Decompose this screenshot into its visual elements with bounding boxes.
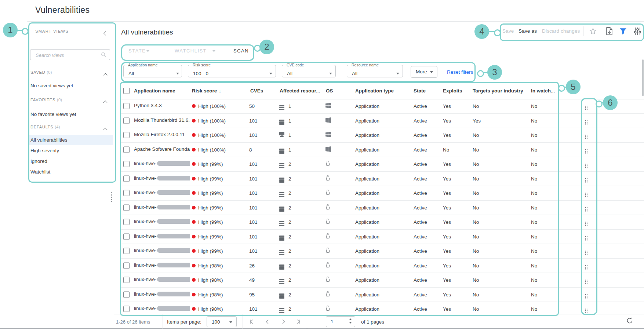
last-page-icon[interactable] <box>295 318 302 325</box>
star-icon[interactable] <box>589 27 597 35</box>
table-row[interactable]: linux-hwe-High (99%)1012ApplicationActiv… <box>121 157 644 172</box>
application-name-cell[interactable]: linux-hwe- <box>134 306 190 312</box>
table-row[interactable]: Python 3.4.3High (100%)501ApplicationAct… <box>121 99 644 114</box>
row-menu-button[interactable] <box>585 117 587 124</box>
table-row[interactable]: linux-hwe-High (99%)1012ApplicationActiv… <box>121 230 644 244</box>
vertical-scrollbar[interactable] <box>642 59 644 96</box>
table-row[interactable]: Apache Software FoundationHigh (100%)81A… <box>121 143 644 157</box>
application-name-cell[interactable]: Mozilla Thunderbird 31.6.0 <box>134 117 190 124</box>
row-checkbox[interactable] <box>123 146 130 153</box>
row-checkbox[interactable] <box>123 132 130 138</box>
row-checkbox[interactable] <box>123 175 130 182</box>
table-row[interactable]: linux-hwe-High (99%)1012ApplicationActiv… <box>121 215 644 230</box>
row-menu-button[interactable] <box>585 204 587 211</box>
reset-filters-link[interactable]: Reset filters <box>447 69 473 75</box>
watchlist-filter[interactable]: WATCHLIST <box>175 48 207 54</box>
saved-collapse-button[interactable] <box>104 72 107 78</box>
column-header-cves[interactable]: CVEs <box>250 88 263 94</box>
application-name-cell[interactable]: linux-hwe- <box>134 262 190 269</box>
application-name-cell[interactable]: linux-hwe- <box>134 175 190 182</box>
items-per-page-select[interactable]: 100 <box>207 316 237 327</box>
row-menu-button[interactable] <box>585 276 587 284</box>
risk-score-filter[interactable]: Risk score 100 - 0 <box>188 63 276 77</box>
application-name-cell[interactable]: linux-hwe- <box>134 161 190 167</box>
page-spinner[interactable] <box>349 318 352 324</box>
search-views-input[interactable] <box>35 51 99 59</box>
row-menu-button[interactable] <box>585 262 587 269</box>
row-checkbox[interactable] <box>123 161 130 167</box>
defaults-collapse-button[interactable] <box>104 126 107 133</box>
select-all-checkbox[interactable] <box>123 88 130 94</box>
application-name-cell[interactable]: Apache Software Foundation <box>134 146 190 153</box>
row-checkbox[interactable] <box>123 219 130 225</box>
row-checkbox[interactable] <box>123 306 130 312</box>
table-row[interactable]: Mozilla Firefox 2.0.0.11High (100%)1011A… <box>121 128 644 143</box>
column-header-application-type[interactable]: Application type <box>355 88 394 94</box>
application-name-cell[interactable]: linux-hwe- <box>134 204 190 211</box>
column-header-risk-score[interactable]: Risk score↓ <box>192 88 221 94</box>
cve-code-filter[interactable]: CVE code All <box>282 63 336 77</box>
sidebar-item-all-vulnerabilities[interactable]: All vulnerabilities <box>29 135 113 145</box>
sidebar-resize-handle[interactable] <box>111 192 112 202</box>
table-row[interactable]: linux-hwe-High (98%)262ApplicationActive… <box>121 259 644 273</box>
row-menu-button[interactable] <box>585 160 587 168</box>
table-row[interactable]: linux-hwe-High (99%)1012ApplicationActiv… <box>121 244 644 259</box>
discard-changes-button[interactable]: Discard changes <box>542 28 580 34</box>
row-menu-button[interactable] <box>585 102 587 110</box>
filter-icon[interactable] <box>619 28 627 35</box>
application-name-cell[interactable]: linux-hwe- <box>134 291 190 298</box>
page-number-input[interactable] <box>330 318 346 325</box>
table-row[interactable]: Mozilla Thunderbird 31.6.0High (100%)101… <box>121 114 644 128</box>
row-menu-button[interactable] <box>585 189 587 197</box>
row-checkbox[interactable] <box>123 204 130 211</box>
row-checkbox[interactable] <box>123 291 130 298</box>
application-name-cell[interactable]: Mozilla Firefox 2.0.0.11 <box>134 132 185 138</box>
column-header-os[interactable]: OS <box>326 88 333 94</box>
resource-name-filter[interactable]: Resource name All <box>347 63 403 77</box>
row-checkbox[interactable] <box>123 190 130 196</box>
table-row[interactable]: linux-hwe-High (99%)1012ApplicationActiv… <box>121 186 644 201</box>
row-menu-button[interactable] <box>585 233 587 240</box>
column-header-targets-your-industry[interactable]: Targets your industry <box>473 88 523 94</box>
row-checkbox[interactable] <box>123 262 130 269</box>
collapse-sidebar-button[interactable] <box>104 30 107 36</box>
refresh-icon[interactable] <box>626 317 633 324</box>
table-row[interactable]: linux-hwe-High (98%)952ApplicationActive… <box>121 288 644 302</box>
row-menu-button[interactable] <box>585 305 587 313</box>
application-name-cell[interactable]: linux-hwe- <box>134 277 190 283</box>
row-menu-button[interactable] <box>585 247 587 255</box>
column-header-in-watch-[interactable]: In watch... <box>531 88 555 94</box>
row-checkbox[interactable] <box>123 248 130 254</box>
application-name-cell[interactable]: linux-hwe- <box>134 219 190 225</box>
next-page-icon[interactable] <box>280 318 287 325</box>
state-filter[interactable]: STATE <box>128 48 146 54</box>
table-row[interactable]: linux-hwe-High (98%)1012ApplicationActiv… <box>121 302 644 314</box>
column-header-state[interactable]: State <box>414 88 426 94</box>
application-name-cell[interactable]: Python 3.4.3 <box>134 103 162 109</box>
row-menu-button[interactable] <box>585 291 587 298</box>
column-header-affected-resour-[interactable]: Affected resour... <box>280 88 320 94</box>
application-name-cell[interactable]: linux-hwe- <box>134 248 190 254</box>
export-icon[interactable] <box>605 27 613 36</box>
column-settings-icon[interactable] <box>634 27 641 35</box>
row-checkbox[interactable] <box>123 277 130 283</box>
table-row[interactable]: linux-hwe-High (99%)1012ApplicationActiv… <box>121 172 644 186</box>
application-name-cell[interactable]: linux-hwe- <box>134 190 190 196</box>
column-header-exploits[interactable]: Exploits <box>443 88 462 94</box>
save-button[interactable]: Save <box>502 28 514 34</box>
sidebar-item-ignored[interactable]: Ignored <box>29 156 113 167</box>
column-header-application-name[interactable]: Application name <box>134 88 175 94</box>
table-row[interactable]: linux-hwe-High (99%)1012ApplicationActiv… <box>121 201 644 215</box>
row-checkbox[interactable] <box>123 233 130 240</box>
row-checkbox[interactable] <box>123 103 130 109</box>
sidebar-item-watchlist[interactable]: Watchlist <box>29 167 113 177</box>
previous-page-icon[interactable] <box>264 318 271 325</box>
save-as-button[interactable]: Save as <box>519 28 537 34</box>
row-menu-button[interactable] <box>585 175 587 182</box>
row-menu-button[interactable] <box>585 146 587 153</box>
row-checkbox[interactable] <box>123 117 130 124</box>
favorites-collapse-button[interactable] <box>104 99 107 106</box>
application-name-cell[interactable]: linux-hwe- <box>134 233 190 240</box>
sidebar-item-high-severity[interactable]: High severity <box>29 146 113 156</box>
more-filters-button[interactable]: More <box>411 66 437 78</box>
